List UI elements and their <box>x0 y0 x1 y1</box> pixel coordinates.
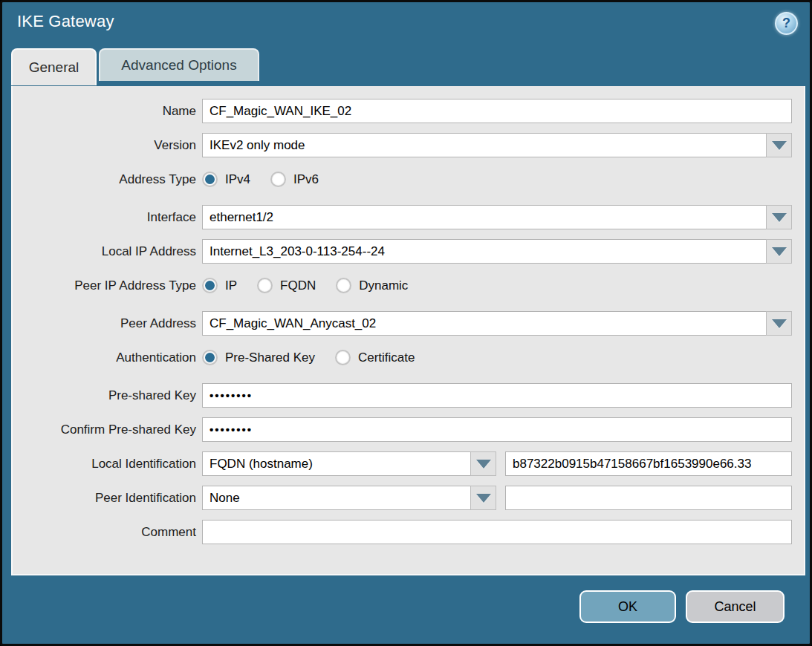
address-type-option-ipv6: IPv6 <box>270 172 319 187</box>
peer-identification-type-value[interactable] <box>202 486 470 510</box>
peer-identification-value-input[interactable] <box>505 486 792 510</box>
address-type-row: Address Type IPv4 IPv6 <box>13 167 792 192</box>
ipv4-radio[interactable] <box>202 172 218 187</box>
title-bar: IKE Gateway ? <box>2 2 810 48</box>
version-value[interactable] <box>202 133 766 157</box>
chevron-down-icon <box>772 247 787 256</box>
peer-identification-row: Peer Identification <box>13 486 792 510</box>
peer-address-dropdown-button[interactable] <box>766 311 792 336</box>
version-row: Version <box>13 133 792 157</box>
local-identification-type-value[interactable] <box>202 451 470 476</box>
address-type-options: IPv4 IPv6 <box>202 172 792 187</box>
pre-shared-key-label: Pre-shared Key <box>13 388 196 403</box>
interface-select[interactable] <box>202 205 792 229</box>
local-ip-address-dropdown-button[interactable] <box>766 239 792 264</box>
peer-address-row: Peer Address <box>13 311 792 336</box>
help-icon[interactable]: ? <box>775 12 798 35</box>
comment-row: Comment <box>13 520 792 544</box>
peer-address-label: Peer Address <box>13 316 196 331</box>
peer-address-value[interactable] <box>202 311 766 336</box>
peer-identification-label: Peer Identification <box>13 491 196 506</box>
peer-ip-address-type-label: Peer IP Address Type <box>13 278 196 293</box>
peer-ip-type-option-ip: IP <box>202 278 237 293</box>
version-label: Version <box>13 138 196 153</box>
interface-dropdown-button[interactable] <box>766 205 792 229</box>
comment-label: Comment <box>13 525 196 540</box>
address-type-option-ipv4: IPv4 <box>202 172 250 187</box>
ipv6-radio[interactable] <box>270 172 286 187</box>
dynamic-radio[interactable] <box>336 278 351 293</box>
authentication-options: Pre-Shared Key Certificate <box>202 350 792 365</box>
local-ip-address-label: Local IP Address <box>13 244 196 259</box>
chevron-down-icon <box>476 460 491 469</box>
local-ip-address-value[interactable] <box>202 239 766 264</box>
tab-general[interactable]: General <box>11 48 97 85</box>
pre-shared-key-input[interactable] <box>202 383 792 408</box>
tab-advanced-options[interactable]: Advanced Options <box>99 48 259 81</box>
chevron-down-icon <box>476 494 491 503</box>
ip-radio[interactable] <box>202 278 218 293</box>
local-identification-label: Local Identification <box>13 457 196 472</box>
auth-option-pre-shared-key: Pre-Shared Key <box>202 350 315 365</box>
address-type-label: Address Type <box>13 172 196 187</box>
peer-ip-type-option-fqdn: FQDN <box>257 278 316 293</box>
name-input[interactable] <box>202 99 792 123</box>
local-identification-dropdown-button[interactable] <box>470 451 496 476</box>
dialog-title: IKE Gateway <box>17 12 114 31</box>
name-label: Name <box>13 104 196 119</box>
peer-identification-type-select[interactable] <box>202 486 496 510</box>
local-identification-value-input[interactable] <box>505 451 792 476</box>
certificate-radio[interactable] <box>335 350 351 365</box>
comment-input[interactable] <box>202 520 792 544</box>
local-identification-row: Local Identification <box>13 451 792 476</box>
dialog-footer: OK Cancel <box>2 575 810 644</box>
version-select[interactable] <box>202 133 792 157</box>
pre-shared-key-row: Pre-shared Key <box>13 383 792 408</box>
cancel-button[interactable]: Cancel <box>686 590 785 623</box>
auth-option-certificate: Certificate <box>335 350 415 365</box>
confirm-pre-shared-key-row: Confirm Pre-shared Key <box>13 417 792 442</box>
confirm-pre-shared-key-input[interactable] <box>202 417 792 442</box>
pre-shared-key-radio[interactable] <box>202 350 218 365</box>
chevron-down-icon <box>772 213 787 222</box>
authentication-label: Authentication <box>13 350 196 365</box>
peer-identification-dropdown-button[interactable] <box>470 486 496 510</box>
ike-gateway-dialog: IKE Gateway ? General Advanced Options N… <box>0 0 812 646</box>
local-ip-address-select[interactable] <box>202 239 792 264</box>
local-ip-address-row: Local IP Address <box>13 239 792 264</box>
tab-bar: General Advanced Options <box>2 48 810 84</box>
interface-value[interactable] <box>202 205 766 229</box>
interface-row: Interface <box>13 205 792 229</box>
peer-address-select[interactable] <box>202 311 792 336</box>
ok-button[interactable]: OK <box>579 590 676 623</box>
version-dropdown-button[interactable] <box>766 133 792 157</box>
fqdn-radio[interactable] <box>257 278 273 293</box>
confirm-pre-shared-key-label: Confirm Pre-shared Key <box>13 422 196 437</box>
general-tab-panel: Name Version Address Type IPv4 IPv6 <box>11 86 805 575</box>
interface-label: Interface <box>13 210 196 225</box>
peer-ip-address-type-options: IP FQDN Dynamic <box>202 278 792 293</box>
peer-ip-address-type-row: Peer IP Address Type IP FQDN Dynamic <box>13 273 792 298</box>
chevron-down-icon <box>772 141 787 150</box>
chevron-down-icon <box>772 319 787 328</box>
local-identification-type-select[interactable] <box>202 451 496 476</box>
authentication-row: Authentication Pre-Shared Key Certificat… <box>13 345 792 370</box>
peer-ip-type-option-dynamic: Dynamic <box>336 278 408 293</box>
name-row: Name <box>13 99 792 123</box>
